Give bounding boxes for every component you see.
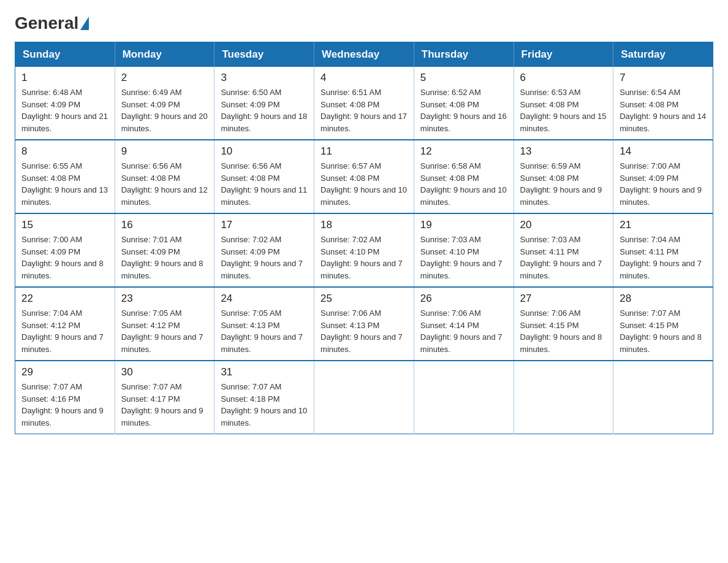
calendar-cell: 22 Sunrise: 7:04 AMSunset: 4:12 PMDaylig…: [15, 287, 115, 361]
calendar-cell: 16 Sunrise: 7:01 AMSunset: 4:09 PMDaylig…: [115, 213, 214, 287]
day-number: 22: [21, 293, 108, 305]
calendar-cell: 28 Sunrise: 7:07 AMSunset: 4:15 PMDaylig…: [613, 287, 713, 361]
day-info: Sunrise: 6:50 AMSunset: 4:09 PMDaylight:…: [221, 86, 308, 134]
day-number: 1: [21, 72, 108, 84]
day-info: Sunrise: 7:04 AMSunset: 4:12 PMDaylight:…: [21, 307, 108, 355]
day-info: Sunrise: 6:58 AMSunset: 4:08 PMDaylight:…: [420, 160, 507, 208]
day-info: Sunrise: 6:59 AMSunset: 4:08 PMDaylight:…: [520, 160, 607, 208]
calendar-cell: 1 Sunrise: 6:48 AMSunset: 4:09 PMDayligh…: [15, 67, 115, 140]
calendar-table: SundayMondayTuesdayWednesdayThursdayFrid…: [15, 42, 713, 434]
calendar-cell: 17 Sunrise: 7:02 AMSunset: 4:09 PMDaylig…: [214, 213, 314, 287]
day-info: Sunrise: 7:07 AMSunset: 4:17 PMDaylight:…: [121, 381, 208, 429]
calendar-cell: 19 Sunrise: 7:03 AMSunset: 4:10 PMDaylig…: [414, 213, 514, 287]
day-number: 16: [121, 219, 208, 231]
day-number: 11: [320, 145, 408, 158]
day-number: 20: [520, 219, 607, 231]
day-info: Sunrise: 6:56 AMSunset: 4:08 PMDaylight:…: [221, 160, 308, 208]
day-info: Sunrise: 6:52 AMSunset: 4:08 PMDaylight:…: [420, 86, 507, 134]
day-number: 13: [520, 145, 607, 158]
day-number: 23: [121, 293, 208, 305]
day-number: 10: [221, 145, 308, 158]
weekday-header-thursday: Thursday: [414, 42, 514, 67]
weekday-header-tuesday: Tuesday: [214, 42, 314, 67]
weekday-header-monday: Monday: [115, 42, 214, 67]
weekday-header-saturday: Saturday: [613, 42, 713, 67]
calendar-cell: 14 Sunrise: 7:00 AMSunset: 4:09 PMDaylig…: [613, 140, 713, 213]
day-info: Sunrise: 7:01 AMSunset: 4:09 PMDaylight:…: [121, 234, 208, 282]
day-info: Sunrise: 7:00 AMSunset: 4:09 PMDaylight:…: [620, 160, 707, 208]
calendar-cell: 24 Sunrise: 7:05 AMSunset: 4:13 PMDaylig…: [214, 287, 314, 361]
week-row-5: 29 Sunrise: 7:07 AMSunset: 4:16 PMDaylig…: [15, 361, 713, 434]
day-info: Sunrise: 7:02 AMSunset: 4:09 PMDaylight:…: [221, 234, 308, 282]
day-number: 29: [21, 366, 108, 378]
calendar-cell: 20 Sunrise: 7:03 AMSunset: 4:11 PMDaylig…: [514, 213, 613, 287]
weekday-header-sunday: Sunday: [15, 42, 115, 67]
day-number: 12: [420, 145, 507, 158]
calendar-cell: 25 Sunrise: 7:06 AMSunset: 4:13 PMDaylig…: [314, 287, 414, 361]
calendar-cell: 23 Sunrise: 7:05 AMSunset: 4:12 PMDaylig…: [115, 287, 214, 361]
day-info: Sunrise: 7:06 AMSunset: 4:13 PMDaylight:…: [320, 307, 408, 355]
calendar-cell: 4 Sunrise: 6:51 AMSunset: 4:08 PMDayligh…: [314, 67, 414, 140]
day-number: 30: [121, 366, 208, 378]
day-info: Sunrise: 7:07 AMSunset: 4:16 PMDaylight:…: [21, 381, 108, 429]
calendar-cell: 26 Sunrise: 7:06 AMSunset: 4:14 PMDaylig…: [414, 287, 514, 361]
calendar-cell: 15 Sunrise: 7:00 AMSunset: 4:09 PMDaylig…: [15, 213, 115, 287]
logo-triangle-icon: [80, 17, 89, 30]
day-number: 14: [620, 145, 707, 158]
week-row-1: 1 Sunrise: 6:48 AMSunset: 4:09 PMDayligh…: [15, 67, 713, 140]
calendar-cell: 29 Sunrise: 7:07 AMSunset: 4:16 PMDaylig…: [15, 361, 115, 434]
day-info: Sunrise: 7:06 AMSunset: 4:15 PMDaylight:…: [520, 307, 607, 355]
day-number: 31: [221, 366, 308, 378]
day-number: 8: [21, 145, 108, 158]
calendar-cell: [613, 361, 713, 434]
day-info: Sunrise: 7:00 AMSunset: 4:09 PMDaylight:…: [21, 234, 108, 282]
day-number: 27: [520, 293, 607, 305]
day-info: Sunrise: 6:55 AMSunset: 4:08 PMDaylight:…: [21, 160, 108, 208]
day-info: Sunrise: 6:56 AMSunset: 4:08 PMDaylight:…: [121, 160, 208, 208]
day-number: 28: [620, 293, 707, 305]
calendar-cell: 7 Sunrise: 6:54 AMSunset: 4:08 PMDayligh…: [613, 67, 713, 140]
logo: General: [15, 15, 91, 32]
week-row-3: 15 Sunrise: 7:00 AMSunset: 4:09 PMDaylig…: [15, 213, 713, 287]
calendar-cell: 5 Sunrise: 6:52 AMSunset: 4:08 PMDayligh…: [414, 67, 514, 140]
calendar-cell: 6 Sunrise: 6:53 AMSunset: 4:08 PMDayligh…: [514, 67, 613, 140]
day-info: Sunrise: 6:57 AMSunset: 4:08 PMDaylight:…: [320, 160, 408, 208]
calendar-cell: 30 Sunrise: 7:07 AMSunset: 4:17 PMDaylig…: [115, 361, 214, 434]
day-number: 2: [121, 72, 208, 84]
day-info: Sunrise: 7:05 AMSunset: 4:13 PMDaylight:…: [221, 307, 308, 355]
calendar-cell: 12 Sunrise: 6:58 AMSunset: 4:08 PMDaylig…: [414, 140, 514, 213]
weekday-header-friday: Friday: [514, 42, 613, 67]
day-info: Sunrise: 7:05 AMSunset: 4:12 PMDaylight:…: [121, 307, 208, 355]
day-info: Sunrise: 7:06 AMSunset: 4:14 PMDaylight:…: [420, 307, 507, 355]
day-number: 21: [620, 219, 707, 231]
day-info: Sunrise: 6:48 AMSunset: 4:09 PMDaylight:…: [21, 86, 108, 134]
day-info: Sunrise: 7:02 AMSunset: 4:10 PMDaylight:…: [320, 234, 408, 282]
day-number: 4: [320, 72, 408, 84]
week-row-2: 8 Sunrise: 6:55 AMSunset: 4:08 PMDayligh…: [15, 140, 713, 213]
day-number: 24: [221, 293, 308, 305]
calendar-cell: 8 Sunrise: 6:55 AMSunset: 4:08 PMDayligh…: [15, 140, 115, 213]
calendar-cell: 18 Sunrise: 7:02 AMSunset: 4:10 PMDaylig…: [314, 213, 414, 287]
day-info: Sunrise: 7:04 AMSunset: 4:11 PMDaylight:…: [620, 234, 707, 282]
day-info: Sunrise: 7:07 AMSunset: 4:15 PMDaylight:…: [620, 307, 707, 355]
day-info: Sunrise: 7:03 AMSunset: 4:10 PMDaylight:…: [420, 234, 507, 282]
calendar-cell: 27 Sunrise: 7:06 AMSunset: 4:15 PMDaylig…: [514, 287, 613, 361]
day-number: 5: [420, 72, 507, 84]
day-info: Sunrise: 6:53 AMSunset: 4:08 PMDaylight:…: [520, 86, 607, 134]
page-header: General: [15, 15, 713, 32]
day-info: Sunrise: 7:03 AMSunset: 4:11 PMDaylight:…: [520, 234, 607, 282]
day-number: 26: [420, 293, 507, 305]
calendar-cell: 10 Sunrise: 6:56 AMSunset: 4:08 PMDaylig…: [214, 140, 314, 213]
day-info: Sunrise: 6:49 AMSunset: 4:09 PMDaylight:…: [121, 86, 208, 134]
day-number: 15: [21, 219, 108, 231]
calendar-cell: 9 Sunrise: 6:56 AMSunset: 4:08 PMDayligh…: [115, 140, 214, 213]
calendar-cell: [414, 361, 514, 434]
calendar-cell: 3 Sunrise: 6:50 AMSunset: 4:09 PMDayligh…: [214, 67, 314, 140]
logo-general-text: General: [15, 15, 78, 32]
calendar-cell: 2 Sunrise: 6:49 AMSunset: 4:09 PMDayligh…: [115, 67, 214, 140]
day-number: 9: [121, 145, 208, 158]
day-number: 19: [420, 219, 507, 231]
calendar-cell: 31 Sunrise: 7:07 AMSunset: 4:18 PMDaylig…: [214, 361, 314, 434]
calendar-cell: 21 Sunrise: 7:04 AMSunset: 4:11 PMDaylig…: [613, 213, 713, 287]
day-number: 3: [221, 72, 308, 84]
